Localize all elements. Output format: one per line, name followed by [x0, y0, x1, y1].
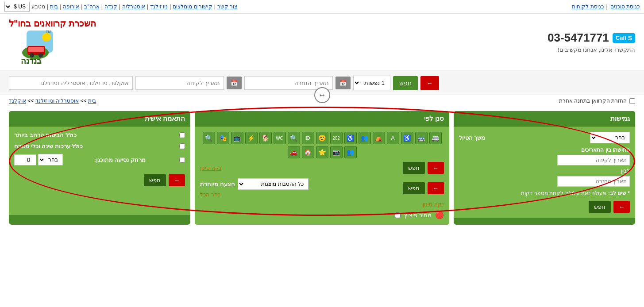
age-back-button[interactable]: ←	[428, 162, 444, 174]
flex-note: * שים לב: פעולה זאת עלולה לקחת מספר דקות	[459, 190, 630, 196]
personal-search-row: ← חפש	[14, 174, 185, 186]
insurance-row: כולל הביטוח הרחב ביותר	[14, 132, 185, 138]
age-search-row: ← חפש	[403, 162, 444, 174]
filter-icon-bus[interactable]: 🚌	[415, 132, 428, 144]
filter-icon-camera[interactable]: 📷	[330, 146, 343, 158]
filter-icon-lightning[interactable]: ⚡	[245, 132, 258, 144]
filter-action-row-1: ← חפש נקה סינון	[200, 162, 443, 174]
filter-icon-home[interactable]: 🏠	[302, 146, 314, 158]
skype-badge: S Call	[613, 33, 635, 43]
svg-text:TM: TM	[46, 31, 51, 34]
flexibility-panel-title: גמישות	[454, 111, 635, 127]
distance-value-input[interactable]	[14, 154, 36, 165]
filter-icon-group[interactable]: 👥	[344, 146, 357, 158]
distance-checkbox[interactable]	[179, 157, 185, 163]
distance-unit-select[interactable]: בחר ק"מ מייל	[38, 154, 63, 165]
header-right: השכרת קרוואנים בחו"ל בנדנה TM	[9, 18, 96, 66]
filter-icon-search2[interactable]: 🔍	[203, 132, 215, 144]
skype-row: S Call 03-5471771	[548, 31, 635, 45]
nav-link-nz[interactable]: ניו זילנד	[150, 4, 168, 10]
filter-icon-wc[interactable]: WC	[274, 132, 286, 144]
pickup-date-calendar-button[interactable]: 📅	[227, 77, 242, 89]
passengers-select[interactable]: 1 נפשות 2 נפשות 3 נפשות 4 נפשות 5 נפשות	[353, 76, 390, 90]
site-header: S Call 03-5471771 התקשרו אלינו, אנחנו מק…	[0, 14, 644, 71]
header-left: S Call 03-5471771 התקשרו אלינו, אנחנו מק…	[548, 31, 635, 53]
return-station-label: החזרת הקרוואן בתחנה אחרת	[559, 98, 627, 104]
personal-back-button[interactable]: ←	[169, 174, 185, 186]
flex-from-date-input[interactable]	[557, 155, 630, 165]
flex-back-button[interactable]: ←	[613, 201, 630, 213]
filter-icon-car[interactable]: 🚗	[288, 146, 300, 158]
return-station-checkbox[interactable]	[629, 98, 635, 104]
filter-icon-a[interactable]: A	[387, 132, 399, 144]
flex-to-date-input[interactable]	[557, 176, 630, 187]
personal-search-button[interactable]: חפש	[144, 174, 166, 186]
nav-link-australia[interactable]: אוסטרליה	[122, 4, 145, 10]
price-checkbox-row: 🔴 מחיר פיצוץ	[200, 211, 443, 219]
filter-icon-search[interactable]: 🔍	[288, 132, 300, 144]
filter-icon-people[interactable]: 👥	[359, 132, 371, 144]
swap-icon-wrapper: ↔	[314, 95, 330, 103]
filter-icon-tv[interactable]: 📺	[231, 132, 243, 144]
filter-icon-face[interactable]: 😊	[316, 132, 328, 144]
nav-link-recommended[interactable]: קישורים מומלצים	[173, 4, 212, 10]
offer-search-button[interactable]: חפש	[403, 182, 425, 194]
special-offer-row: ← חפש כל ההטבות מוצגות הטבה 1 הטבה 2 הצע…	[200, 178, 443, 198]
filter-icon-dog[interactable]: 🐕	[259, 132, 272, 144]
flexibility-panel: גמישות בחר משך הטיול מתישהו בין התאריכים…	[454, 111, 635, 225]
skype-icon: S	[628, 35, 632, 42]
flexibility-panel-body: בחר משך הטיול מתישהו בין התאריכים לבין *…	[454, 127, 635, 218]
filter-icon-van[interactable]: 🚐	[429, 132, 442, 144]
special-offer-label: הצעה מיוחדת	[200, 181, 235, 188]
svg-rect-4	[28, 47, 44, 52]
swap-icon[interactable]: ↔	[314, 87, 330, 103]
svg-text:בנדנה: בנדנה	[21, 57, 42, 65]
personal-match-panel-title: התאמה אישית	[9, 111, 190, 127]
bedding-checkbox[interactable]	[179, 143, 185, 149]
phone-number: 03-5471771	[548, 31, 609, 45]
logo-area: בנדנה TM	[9, 31, 53, 66]
breadcrumb: בית >> אוסטרליה וניו זילנד >> אוקלנד	[9, 98, 96, 104]
clear-filter-link-2[interactable]: נקה סינון	[200, 201, 443, 207]
main-content: גמישות בחר משך הטיול מתישהו בין התאריכים…	[0, 107, 644, 234]
destination-input[interactable]	[9, 76, 133, 90]
logo-image: בנדנה TM	[9, 31, 53, 66]
distance-row: מרחק נסיעה מתוכנן: בחר ק"מ מייל	[14, 154, 185, 165]
to-label: לבין	[459, 168, 630, 174]
filter-icon-camp[interactable]: ⛺	[373, 132, 385, 144]
insurance-checkbox[interactable]	[179, 132, 185, 138]
special-offer-select[interactable]: כל ההטבות מוצגות הטבה 1 הטבה 2	[238, 178, 309, 190]
filter-icon-accessible[interactable]: ♿	[401, 132, 413, 144]
filter-icon-numbers[interactable]: 202	[330, 132, 343, 144]
age-search-button[interactable]: חפש	[403, 162, 425, 174]
back-arrow-button[interactable]: ←	[420, 76, 439, 90]
search-button-main[interactable]: חפש	[393, 76, 418, 90]
nav-link-home[interactable]: בית	[50, 4, 58, 10]
filter-icons-grid: 🚐 🚌 ♿ A ⛺ 👥 ♿ 202 😊 ⚙ 🔍 WC 🐕 ⚡ 📺	[200, 132, 443, 158]
clear-filter-link-1[interactable]: נקה סינון	[200, 165, 221, 171]
tagline: התקשרו אלינו, אנחנו מקשיבים!	[548, 46, 635, 53]
filter-icon-star[interactable]: ⭐	[316, 146, 328, 158]
stores-entry-link[interactable]: כניסת לקוחות	[572, 4, 603, 10]
trip-duration-select[interactable]: בחר	[590, 132, 630, 143]
currency-select[interactable]: US $ EUR GBP ILS	[4, 2, 30, 12]
agents-entry-link[interactable]: כניסת סוכנים	[610, 4, 640, 10]
filter-icon-wheelchair[interactable]: ♿	[344, 132, 357, 144]
offer-back-button[interactable]: ←	[428, 182, 444, 194]
price-checkbox[interactable]	[395, 212, 401, 218]
breadcrumb-australia-nz[interactable]: אוסטרליה וניו זילנד	[35, 98, 79, 104]
pickup-date-input[interactable]	[135, 76, 224, 90]
return-date-calendar-button[interactable]: 📅	[335, 77, 351, 89]
top-nav-center: צור קשר | קישורים מומלצים | ניו זילנד | …	[4, 2, 237, 12]
nav-link-europe[interactable]: אירופה	[63, 4, 79, 10]
nav-link-usa[interactable]: ארה"ב	[84, 4, 99, 10]
age-filter-panel: סנן לפי 🚐 🚌 ♿ A ⛺ 👥 ♿ 202 😊 ⚙ 🔍	[195, 111, 449, 225]
nav-link-contact[interactable]: צור קשר	[217, 4, 237, 10]
breadcrumb-auckland[interactable]: אוקלנד	[9, 98, 26, 104]
filter-icon-drama[interactable]: 🎭	[217, 132, 229, 144]
flex-search-button[interactable]: חפש	[589, 201, 611, 213]
breadcrumb-home[interactable]: בית	[88, 98, 96, 104]
filter-icon-gear[interactable]: ⚙	[302, 132, 314, 144]
select-all-link[interactable]: בחר הכל	[200, 192, 220, 198]
nav-link-canada[interactable]: קנדה	[104, 4, 117, 10]
